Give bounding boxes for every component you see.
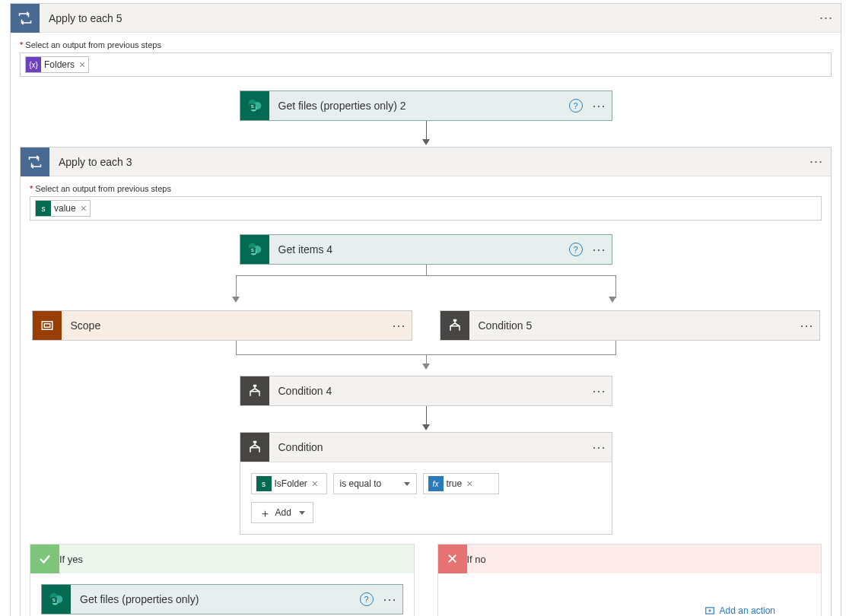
svg-rect-10 [42, 322, 52, 330]
remove-pill-button[interactable]: × [81, 202, 87, 214]
variable-icon: {x} [26, 57, 41, 72]
sharepoint-small-icon: s [256, 476, 272, 491]
sharepoint-small-icon: s [36, 201, 51, 216]
close-icon: ✕ [438, 545, 467, 573]
apply-to-each-3-container: Apply to each 3 ··· Select an output fro… [20, 147, 832, 616]
branch-connector [30, 265, 822, 310]
condition-title: Condition [269, 441, 587, 453]
scope-icon [33, 311, 62, 340]
value-pill-label: value [54, 203, 76, 214]
check-icon [30, 545, 59, 573]
apply-to-each-5-menu[interactable]: ··· [812, 10, 841, 26]
scope-menu[interactable]: ··· [387, 318, 412, 334]
help-icon[interactable]: ? [569, 243, 583, 256]
if-no-header[interactable]: ✕ If no [438, 545, 822, 573]
condition-5-title: Condition 5 [469, 319, 795, 332]
add-action-label: Add an action [720, 605, 775, 616]
get-items-4-title: Get items 4 [269, 243, 569, 256]
get-files-inner-menu[interactable]: ··· [378, 592, 402, 608]
select-output-label: Select an output from previous steps [20, 40, 832, 49]
sharepoint-icon: S [240, 91, 269, 120]
if-yes-header[interactable]: If yes [30, 545, 414, 573]
condition-icon [240, 376, 269, 405]
isfolder-pill-label: IsFolder [275, 478, 307, 489]
apply-to-each-5-container: Apply to each 5 ··· Select an output fro… [10, 3, 841, 616]
condition-lhs-input[interactable]: s IsFolder × [251, 473, 327, 494]
get-files-inner-title: Get files (properties only) [71, 593, 360, 605]
condition-4-card[interactable]: Condition 4 ··· [240, 376, 612, 406]
remove-pill-button[interactable]: × [466, 478, 472, 490]
folders-pill-label: Folders [44, 59, 75, 70]
add-button-label: Add [275, 507, 291, 518]
help-icon[interactable]: ? [360, 592, 374, 606]
get-items-4-card[interactable]: S Get items 4 ? ··· [240, 234, 612, 265]
loop-icon [11, 4, 40, 33]
true-pill[interactable]: fx true × [428, 475, 476, 492]
isfolder-pill[interactable]: s IsFolder × [256, 475, 322, 492]
value-pill[interactable]: s value × [35, 200, 91, 217]
svg-rect-11 [44, 324, 50, 328]
loop-icon [21, 148, 49, 176]
remove-pill-button[interactable]: × [312, 478, 318, 490]
apply-to-each-3-menu[interactable]: ··· [802, 154, 831, 170]
apply-to-each-5-title: Apply to each 5 [40, 12, 812, 24]
select-output-label-inner: Select an output from previous steps [30, 184, 822, 193]
condition-operator-label: is equal to [340, 478, 382, 489]
get-files-2-card[interactable]: S Get files (properties only) 2 ? ··· [240, 90, 612, 121]
condition-operator-select[interactable]: is equal to [333, 473, 417, 494]
condition-icon [240, 433, 269, 462]
svg-text:S: S [250, 248, 253, 252]
flow-arrow [417, 406, 435, 432]
condition-header[interactable]: Condition ··· [240, 433, 612, 462]
flow-arrow [417, 121, 435, 147]
add-action-button[interactable]: Add an action [704, 605, 775, 616]
apply-to-each-3-header[interactable]: Apply to each 3 ··· [21, 148, 831, 176]
true-pill-label: true [447, 478, 463, 489]
sharepoint-icon: S [42, 585, 71, 614]
if-yes-title: If yes [59, 554, 83, 565]
condition-menu[interactable]: ··· [587, 440, 612, 456]
merge-connector [30, 341, 822, 376]
condition-5-menu[interactable]: ··· [795, 318, 819, 334]
apply-to-each-5-header[interactable]: Apply to each 5 ··· [11, 4, 841, 33]
svg-rect-12 [453, 319, 456, 322]
condition-4-menu[interactable]: ··· [587, 383, 612, 399]
condition-rhs-input[interactable]: fx true × [423, 473, 499, 494]
get-files-2-title: Get files (properties only) 2 [269, 100, 569, 112]
fx-icon: fx [428, 476, 444, 491]
svg-rect-14 [253, 441, 256, 443]
svg-rect-13 [253, 385, 256, 387]
condition-5-card[interactable]: Condition 5 ··· [440, 310, 820, 341]
condition-card: Condition ··· s IsFolder × [240, 432, 612, 535]
scope-title: Scope [62, 319, 387, 332]
svg-text:S: S [250, 104, 253, 109]
select-output-input[interactable]: {x} Folders × [20, 52, 832, 77]
if-no-branch: ✕ If no Add an action [437, 544, 822, 616]
if-no-title: If no [467, 554, 486, 565]
if-yes-branch: If yes S Get files (properties only) ? [30, 544, 415, 616]
get-files-inner-card[interactable]: S Get files (properties only) ? ··· [41, 584, 403, 614]
condition-icon [440, 311, 469, 340]
get-items-4-menu[interactable]: ··· [587, 242, 612, 258]
apply-to-each-3-title: Apply to each 3 [49, 156, 802, 168]
help-icon[interactable]: ? [569, 99, 583, 113]
get-files-2-menu[interactable]: ··· [587, 98, 612, 114]
condition-4-title: Condition 4 [269, 385, 587, 397]
sharepoint-icon: S [240, 235, 269, 264]
folders-pill[interactable]: {x} Folders × [25, 56, 89, 73]
select-output-input-inner[interactable]: s value × [30, 196, 822, 221]
add-condition-button[interactable]: ＋ Add [251, 502, 313, 523]
svg-text:S: S [52, 598, 56, 602]
remove-pill-button[interactable]: × [79, 59, 85, 71]
scope-card[interactable]: Scope ··· [32, 310, 412, 341]
